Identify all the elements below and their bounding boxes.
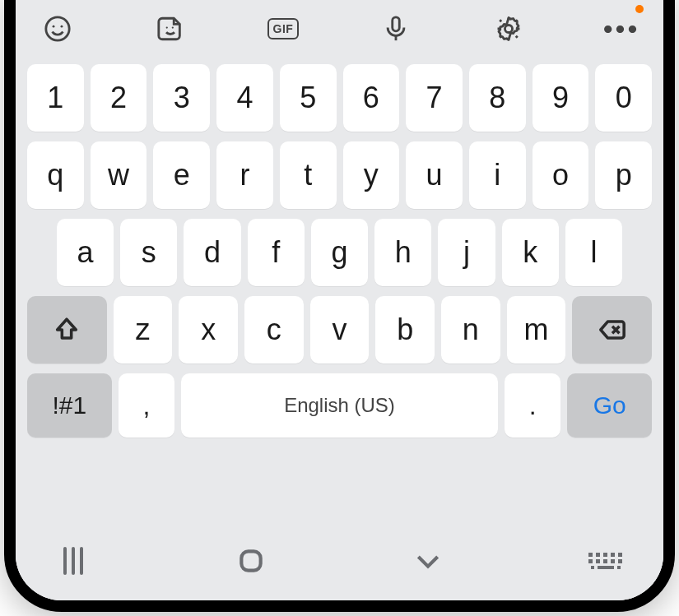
key-s[interactable]: s <box>120 219 177 286</box>
gear-icon[interactable] <box>490 10 528 48</box>
keyboard-toolbar: GIF ••• <box>16 0 663 61</box>
key-7[interactable]: 7 <box>406 64 463 132</box>
comma-key[interactable]: , <box>119 373 174 438</box>
key-1[interactable]: 1 <box>27 64 84 132</box>
key-d[interactable]: d <box>184 219 240 286</box>
svg-rect-5 <box>393 17 400 31</box>
key-a[interactable]: a <box>57 219 114 286</box>
key-4[interactable]: 4 <box>216 64 273 132</box>
key-t[interactable]: t <box>280 141 337 209</box>
letter-row-3: z x c v b n m <box>27 296 652 364</box>
symbol-key[interactable]: !#1 <box>27 373 112 438</box>
letter-row-2: a s d f g h j k l <box>27 219 652 286</box>
key-2[interactable]: 2 <box>91 64 147 132</box>
bottom-row: !#1 , English (US) . Go <box>27 373 652 438</box>
gif-label: GIF <box>267 18 300 39</box>
key-y[interactable]: y <box>343 141 400 209</box>
notification-dot <box>635 5 644 13</box>
recents-button[interactable] <box>49 544 98 577</box>
go-key[interactable]: Go <box>567 373 652 438</box>
key-u[interactable]: u <box>406 141 463 209</box>
svg-point-4 <box>172 26 174 28</box>
period-key[interactable]: . <box>505 373 560 438</box>
key-l[interactable]: l <box>565 219 622 286</box>
svg-point-3 <box>166 26 168 28</box>
key-v[interactable]: v <box>310 296 370 364</box>
key-f[interactable]: f <box>248 219 305 286</box>
key-p[interactable]: p <box>595 141 652 209</box>
letter-row-1: q w e r t y u i o p <box>27 141 652 209</box>
key-q[interactable]: q <box>27 141 84 209</box>
key-i[interactable]: i <box>469 141 526 209</box>
shift-key[interactable] <box>27 296 107 364</box>
key-c[interactable]: c <box>244 296 304 364</box>
key-5[interactable]: 5 <box>280 64 337 132</box>
back-button[interactable] <box>403 544 453 577</box>
sticker-icon[interactable] <box>151 10 189 48</box>
key-9[interactable]: 9 <box>533 64 589 132</box>
svg-point-0 <box>46 17 69 40</box>
backspace-key[interactable] <box>572 296 652 364</box>
key-r[interactable]: r <box>216 141 273 209</box>
more-icon[interactable]: ••• <box>602 10 640 48</box>
backspace-icon <box>598 316 626 344</box>
key-h[interactable]: h <box>374 219 431 286</box>
home-button[interactable] <box>226 544 276 577</box>
recents-icon <box>63 547 83 575</box>
emoji-icon[interactable] <box>39 10 77 48</box>
key-w[interactable]: w <box>91 141 147 209</box>
svg-rect-7 <box>241 551 260 570</box>
device-shell: GIF ••• 1 2 3 4 <box>4 0 675 612</box>
key-k[interactable]: k <box>502 219 559 286</box>
number-row: 1 2 3 4 5 6 7 8 9 0 <box>27 64 652 132</box>
key-e[interactable]: e <box>153 141 210 209</box>
key-n[interactable]: n <box>441 296 500 364</box>
space-key[interactable]: English (US) <box>181 373 498 438</box>
key-b[interactable]: b <box>375 296 435 364</box>
home-icon <box>235 544 267 577</box>
keyboard-panel: GIF ••• 1 2 3 4 <box>16 0 663 600</box>
chevron-down-icon <box>412 544 444 577</box>
key-g[interactable]: g <box>311 219 368 286</box>
svg-point-6 <box>505 25 512 32</box>
phone-frame: GIF ••• 1 2 3 4 <box>0 0 679 616</box>
key-0[interactable]: 0 <box>595 64 652 132</box>
key-3[interactable]: 3 <box>153 64 210 132</box>
key-x[interactable]: x <box>179 296 238 364</box>
svg-point-2 <box>61 25 63 28</box>
mic-icon[interactable] <box>377 10 415 48</box>
shift-icon <box>53 316 81 344</box>
hide-keyboard-button[interactable] <box>581 544 630 577</box>
key-8[interactable]: 8 <box>469 64 526 132</box>
key-rows: 1 2 3 4 5 6 7 8 9 0 q w e r t y <box>16 61 663 446</box>
key-z[interactable]: z <box>114 296 173 364</box>
keyboard-icon <box>588 553 622 569</box>
gif-icon[interactable]: GIF <box>264 10 302 48</box>
svg-point-1 <box>53 25 55 28</box>
key-m[interactable]: m <box>507 296 566 364</box>
key-j[interactable]: j <box>438 219 495 286</box>
key-6[interactable]: 6 <box>343 64 400 132</box>
key-o[interactable]: o <box>533 141 589 209</box>
navigation-bar <box>16 530 663 600</box>
